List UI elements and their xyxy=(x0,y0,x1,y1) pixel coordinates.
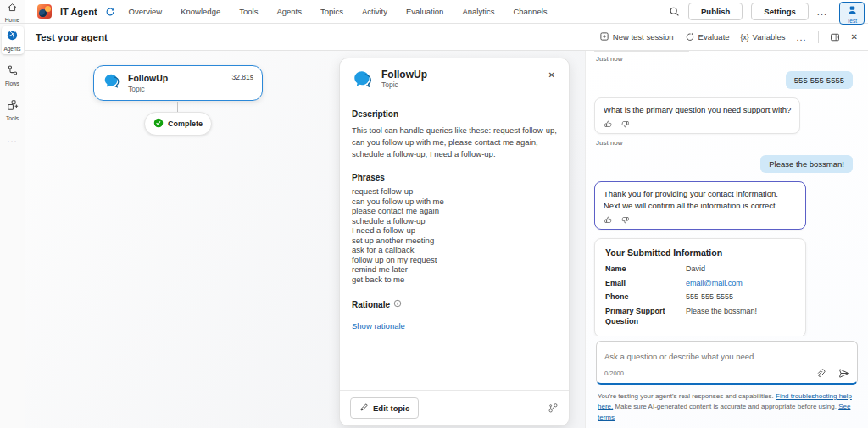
phrase-item: request follow-up xyxy=(352,186,557,197)
thumbs-down-icon[interactable] xyxy=(620,120,630,129)
node-duration: 32.81s xyxy=(231,73,253,81)
phrase-item: please contact me again xyxy=(352,206,557,216)
home-icon xyxy=(7,1,18,16)
nav-analytics[interactable]: Analytics xyxy=(462,7,494,16)
info-value: David xyxy=(686,264,795,275)
primary-nav: Overview Knowledge Tools Agents Topics A… xyxy=(129,7,548,16)
panel-footer: Edit topic xyxy=(340,390,569,425)
info-value: 555-555-5555 xyxy=(686,292,795,303)
node-connector xyxy=(177,102,178,112)
info-label: Primary Support Question xyxy=(605,307,686,326)
nav-evaluation[interactable]: Evaluation xyxy=(406,7,443,16)
test-panel-toolbar: New test session Evaluate {x} Variables … xyxy=(585,31,868,43)
nav-topics[interactable]: Topics xyxy=(320,7,343,16)
attachment-icon[interactable] xyxy=(815,369,826,379)
sidebar-item-home[interactable]: Home xyxy=(0,0,25,23)
top-more-button[interactable]: ... xyxy=(817,7,827,17)
bot-message-text: Thank you for providing your contact inf… xyxy=(604,188,797,211)
info-value: Please the bossman! xyxy=(686,307,795,326)
nav-knowledge[interactable]: Knowledge xyxy=(181,7,220,16)
timestamp: Just now xyxy=(596,55,853,63)
node-title: FollowUp xyxy=(128,73,168,84)
search-icon[interactable] xyxy=(669,6,680,17)
info-value-email-link[interactable]: email@mail.com xyxy=(686,279,795,289)
tools-icon xyxy=(7,99,19,114)
send-icon[interactable] xyxy=(838,368,849,379)
topic-canvas[interactable]: FollowUp Topic 32.81s Complete xyxy=(25,51,585,428)
nav-tools[interactable]: Tools xyxy=(239,7,258,16)
test-icon xyxy=(848,3,857,18)
settings-button[interactable]: Settings xyxy=(751,3,808,20)
evaluate-button[interactable]: Evaluate xyxy=(685,31,730,43)
variables-label: Variables xyxy=(753,32,786,42)
new-test-session-button[interactable]: New test session xyxy=(599,31,674,43)
phrase-item: get back to me xyxy=(352,275,557,285)
sidebar-item-flows[interactable]: Flows xyxy=(2,62,24,89)
sidebar-item-more[interactable]: ... xyxy=(2,131,24,147)
tools-label: Tools xyxy=(6,115,19,121)
info-card-title: Your Submitted Information xyxy=(605,247,795,258)
nav-agents[interactable]: Agents xyxy=(276,7,302,16)
toolbar-more-button[interactable]: ... xyxy=(796,32,806,42)
ai-disclaimer: You're testing your agent's real respons… xyxy=(586,389,868,428)
timestamp: Just now xyxy=(596,139,853,147)
info-label: Email xyxy=(605,279,686,289)
variables-icon: {x} xyxy=(741,33,749,42)
rationale-heading-label: Rationale xyxy=(352,300,390,309)
edit-topic-button[interactable]: Edit topic xyxy=(350,397,419,419)
flows-icon xyxy=(7,64,19,80)
test-button[interactable]: Test xyxy=(839,2,865,25)
edit-topic-label: Edit topic xyxy=(373,403,409,413)
thumbs-down-icon[interactable] xyxy=(620,215,630,225)
test-chat-panel: Just now 555-555-5555 What is the primar… xyxy=(585,51,868,428)
bot-message-highlighted[interactable]: Thank you for providing your contact inf… xyxy=(594,181,806,230)
topic-details-panel: FollowUp Topic ✕ Description This tool c… xyxy=(339,58,570,426)
thumbs-up-icon[interactable] xyxy=(604,120,613,129)
info-icon[interactable] xyxy=(393,299,402,309)
sidebar-item-agents[interactable]: Agents xyxy=(2,26,24,54)
app-title: IT Agent xyxy=(60,7,97,17)
topic-node-followup[interactable]: FollowUp Topic 32.81s xyxy=(93,65,263,101)
toolbar-divider xyxy=(818,31,819,43)
user-message: Please the bossman! xyxy=(760,155,853,173)
flows-label: Flows xyxy=(5,81,19,86)
close-pane-icon[interactable]: ✕ xyxy=(851,32,858,42)
open-pane-icon[interactable] xyxy=(830,32,840,42)
chat-input-box[interactable]: 0/2000 xyxy=(596,341,858,385)
node-subtitle: Topic xyxy=(128,85,168,93)
connector-icon[interactable] xyxy=(548,403,559,414)
info-card-grid: Name David Email email@mail.com Phone 55… xyxy=(605,264,795,326)
submitted-info-card: Your Submitted Information Name David Em… xyxy=(594,238,806,336)
chat-input[interactable] xyxy=(604,352,849,361)
bot-message-partial xyxy=(594,51,689,52)
status-badge-label: Complete xyxy=(168,120,203,128)
agents-label: Agents xyxy=(3,46,20,52)
nav-overview[interactable]: Overview xyxy=(129,7,163,16)
close-icon[interactable]: ✕ xyxy=(545,69,559,81)
user-message: 555-555-5555 xyxy=(786,71,853,89)
publish-button[interactable]: Publish xyxy=(688,3,743,20)
pencil-icon xyxy=(359,403,369,414)
status-badge[interactable]: Complete xyxy=(144,112,212,136)
home-label: Home xyxy=(5,17,19,23)
rationale-heading: Rationale xyxy=(352,299,557,309)
thumbs-up-icon[interactable] xyxy=(604,215,613,225)
new-test-session-label: New test session xyxy=(613,32,674,42)
page-title: Test your agent xyxy=(25,32,585,42)
bot-message: What is the primary question you need su… xyxy=(594,97,800,134)
sidebar-item-tools[interactable]: Tools xyxy=(2,97,24,124)
top-bar-actions: Publish Settings ... xyxy=(669,3,861,20)
app-window: Home IT Agent Overview Knowledge Tools A… xyxy=(0,0,868,428)
sync-icon[interactable] xyxy=(105,7,115,17)
app-logo xyxy=(37,4,52,19)
top-bar: Home IT Agent Overview Knowledge Tools A… xyxy=(0,0,868,24)
char-counter: 0/2000 xyxy=(604,370,624,377)
show-rationale-link[interactable]: Show rationale xyxy=(352,321,405,331)
agents-icon xyxy=(6,29,19,45)
panel-subtitle: Topic xyxy=(381,81,427,89)
description-text: This tool can handle queries like these:… xyxy=(352,125,557,159)
variables-button[interactable]: {x} Variables xyxy=(741,32,786,42)
nav-channels[interactable]: Channels xyxy=(513,7,547,16)
top-bar-content: IT Agent Overview Knowledge Tools Agents… xyxy=(25,0,868,23)
nav-activity[interactable]: Activity xyxy=(362,7,387,16)
